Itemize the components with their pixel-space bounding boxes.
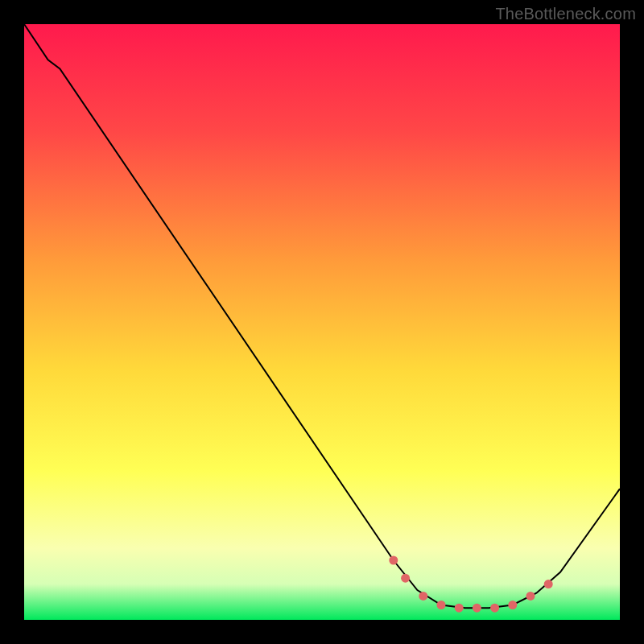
- curve-marker: [473, 604, 481, 613]
- curve-marker: [389, 556, 398, 565]
- chart-svg: [24, 24, 620, 620]
- curve-marker: [508, 601, 517, 609]
- gradient-background: [24, 24, 620, 620]
- curve-marker: [526, 592, 535, 601]
- attribution-text: TheBottleneck.com: [495, 5, 636, 23]
- curve-marker: [455, 604, 464, 613]
- chart-plot-area: [24, 24, 620, 620]
- curve-marker: [437, 601, 446, 609]
- curve-marker: [544, 580, 553, 588]
- curve-marker: [401, 574, 410, 583]
- curve-marker: [419, 592, 427, 601]
- curve-marker: [490, 604, 499, 613]
